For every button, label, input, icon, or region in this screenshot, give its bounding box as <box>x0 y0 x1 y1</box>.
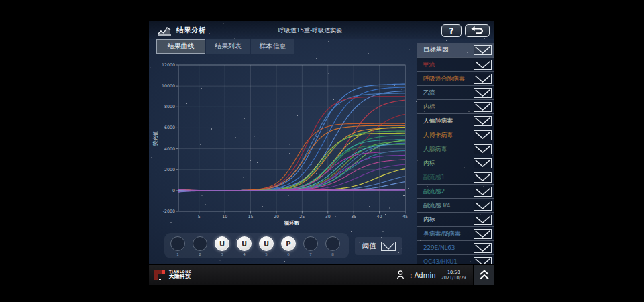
well-number: 2 <box>193 252 207 256</box>
well-2[interactable]: 2 <box>193 236 207 256</box>
gene-row[interactable]: 鼻病毒/肠病毒 <box>417 226 494 240</box>
well-3[interactable]: U3 <box>215 236 229 256</box>
amplification-curve <box>178 155 405 191</box>
curves-group <box>178 84 405 192</box>
well-circle-empty[interactable] <box>325 236 340 251</box>
tab-result-list[interactable]: 结果列表 <box>206 39 250 54</box>
gene-visibility-checkbox[interactable] <box>474 88 492 98</box>
gene-visibility-checkbox[interactable] <box>474 116 492 126</box>
checkmark-icon <box>474 243 491 253</box>
well-circle-empty[interactable] <box>170 236 185 251</box>
threshold-checkbox[interactable] <box>381 242 396 251</box>
y-tick-label: -2000 <box>163 209 175 213</box>
gene-visibility-checkbox[interactable] <box>474 201 492 211</box>
well-circle-u[interactable]: U <box>215 236 229 251</box>
gene-row[interactable]: 甲流 <box>417 57 494 71</box>
header-bar: 结果分析 呼吸道15重-呼吸道实验 ? <box>149 21 494 39</box>
checkmark-icon <box>474 88 491 98</box>
gene-visibility-checkbox[interactable] <box>474 215 492 225</box>
well-7[interactable]: 7 <box>303 236 318 256</box>
amplification-curve <box>178 125 405 191</box>
gene-visibility-checkbox[interactable] <box>474 229 492 239</box>
gene-row[interactable]: 人偏肺病毒 <box>417 113 494 128</box>
checkmark-icon <box>474 102 491 112</box>
y-tick-label: 0 <box>172 188 175 193</box>
gene-panel-title: 目标基因 <box>417 46 448 54</box>
status-bar: TIANLONG 天隆科技 : Admin 10:58 2021/10/29 <box>149 264 473 285</box>
gene-row[interactable]: 人腺病毒 <box>417 142 494 156</box>
gene-row[interactable]: 副流感3/4 <box>417 198 494 212</box>
collapse-button[interactable] <box>473 264 494 285</box>
gene-row[interactable]: 内标 <box>417 212 494 226</box>
gene-visibility-checkbox[interactable] <box>474 60 492 70</box>
amplification-curve <box>178 128 405 191</box>
amplification-curve <box>178 144 405 191</box>
checkmark-icon <box>474 187 491 197</box>
well-number: 3 <box>215 252 229 256</box>
clock: 10:58 2021/10/29 <box>441 270 466 281</box>
x-tick-label: 5 <box>198 214 201 219</box>
user-icon <box>396 270 405 280</box>
x-tick-label: 30 <box>325 214 331 219</box>
gene-visibility-checkbox[interactable] <box>474 130 492 140</box>
gene-select-all-checkbox[interactable] <box>474 45 492 55</box>
x-axis-title: 循环数 <box>284 220 300 226</box>
well-circle-empty[interactable] <box>303 236 318 251</box>
well-number: 6 <box>281 252 296 256</box>
well-1[interactable]: 1 <box>170 236 185 256</box>
threshold-box: 阈值 <box>355 237 402 255</box>
well-8[interactable]: 8 <box>325 236 340 256</box>
gene-label: 副流感3/4 <box>417 201 450 210</box>
back-button[interactable] <box>465 24 490 37</box>
well-4[interactable]: U4 <box>237 236 252 256</box>
x-tick-label: 15 <box>248 214 254 219</box>
help-button[interactable]: ? <box>441 24 462 37</box>
gene-visibility-checkbox[interactable] <box>474 74 492 84</box>
checkmark-icon <box>474 116 491 126</box>
date-text: 2021/10/29 <box>441 275 466 281</box>
x-tick-label: 25 <box>299 214 305 219</box>
gene-row[interactable]: 人博卡病毒 <box>417 128 494 142</box>
well-6[interactable]: P6 <box>281 236 296 256</box>
gene-visibility-checkbox[interactable] <box>474 187 492 197</box>
gene-label: 人博卡病毒 <box>417 131 453 140</box>
gene-visibility-checkbox[interactable] <box>474 158 492 168</box>
tab-result-curve[interactable]: 结果曲线 <box>156 39 205 54</box>
gene-row[interactable]: 副流感1 <box>417 170 494 184</box>
well-circle-empty[interactable] <box>193 236 207 251</box>
checkmark-icon <box>474 158 491 168</box>
gene-label: 人偏肺病毒 <box>417 117 453 125</box>
gene-label: 内标 <box>417 215 435 224</box>
x-tick-label: 20 <box>274 214 279 219</box>
x-tick-label: 40 <box>377 214 382 219</box>
gene-row[interactable]: 内标 <box>417 156 494 170</box>
well-circle-u[interactable]: U <box>237 236 252 251</box>
checkmark-icon <box>474 60 491 70</box>
y-tick-label: 4000 <box>164 146 175 151</box>
gene-row[interactable]: 乙流 <box>417 85 494 99</box>
gene-visibility-checkbox[interactable] <box>474 144 492 154</box>
well-circle-u[interactable]: U <box>259 236 274 251</box>
gene-row[interactable]: 副流感2 <box>417 184 494 198</box>
checkmark-icon <box>474 215 491 225</box>
gene-panel: 目标基因 甲流呼吸道合胞病毒乙流内标人偏肺病毒人博卡病毒人腺病毒内标副流感1副流… <box>417 43 494 268</box>
well-circle-p[interactable]: P <box>281 236 296 251</box>
gene-visibility-checkbox[interactable] <box>474 172 492 183</box>
brand-name-cn: 天隆科技 <box>169 274 192 279</box>
threshold-label: 阈值 <box>362 242 376 251</box>
gene-row[interactable]: 呼吸道合胞病毒 <box>417 71 494 85</box>
well-number: 5 <box>259 252 274 256</box>
tab-sample-info[interactable]: 样本信息 <box>251 39 294 54</box>
gene-label: 副流感1 <box>417 173 445 182</box>
gene-panel-header: 目标基因 <box>417 43 494 57</box>
gene-row[interactable]: 229E/NL63 <box>417 240 494 254</box>
checkmark-icon <box>382 242 395 251</box>
well-5[interactable]: U5 <box>259 236 274 256</box>
gene-row[interactable]: 内标 <box>417 99 494 113</box>
y-tick-label: 12000 <box>162 62 175 67</box>
well-number: 8 <box>325 252 340 256</box>
gene-visibility-checkbox[interactable] <box>474 243 492 253</box>
checkmark-icon <box>474 144 491 154</box>
gene-visibility-checkbox[interactable] <box>474 102 492 112</box>
gene-label: 鼻病毒/肠病毒 <box>417 230 461 238</box>
